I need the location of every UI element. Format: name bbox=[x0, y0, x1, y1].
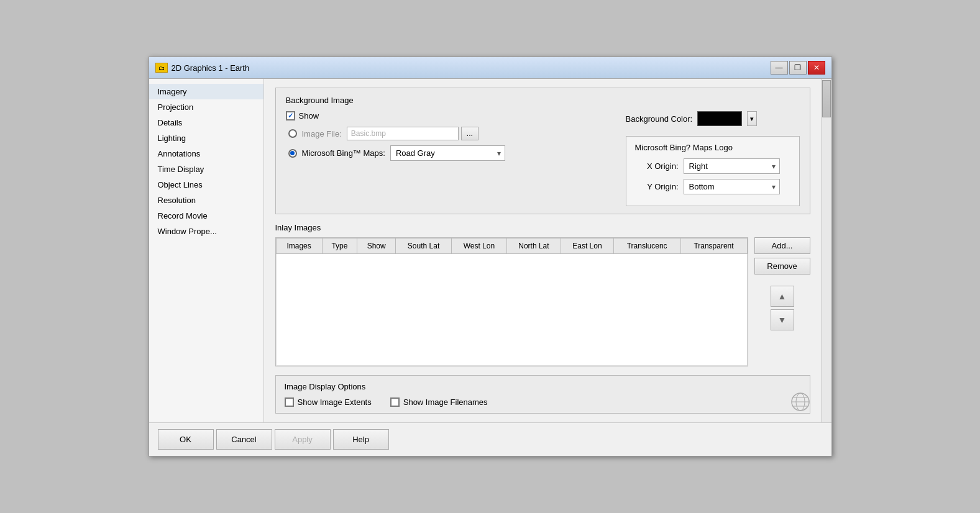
col-south-lat: South Lat bbox=[396, 238, 452, 254]
inlay-table-head: Images Type Show South Lat West Lon Nort… bbox=[276, 238, 747, 254]
file-text: Basic.bmp bbox=[347, 127, 459, 140]
title-buttons: — ❐ ✕ bbox=[771, 61, 825, 75]
sidebar-item-details[interactable]: Details bbox=[149, 115, 263, 130]
restore-button[interactable]: ❐ bbox=[789, 61, 807, 75]
file-input-row: Basic.bmp ... bbox=[347, 127, 479, 140]
move-up-button[interactable]: ▲ bbox=[771, 286, 794, 307]
image-display-options-section: Image Display Options Show Image Extents… bbox=[275, 375, 810, 414]
col-north-lat: North Lat bbox=[506, 238, 561, 254]
inlay-table-body bbox=[276, 254, 747, 366]
main-window: 🗂 2D Graphics 1 - Earth — ❐ ✕ ImageryPro… bbox=[149, 57, 832, 456]
title-bar: 🗂 2D Graphics 1 - Earth — ❐ ✕ bbox=[149, 57, 831, 79]
map-type-select[interactable]: Road Gray Aerial Road Hybrid bbox=[390, 145, 505, 161]
x-origin-select[interactable]: Right Left Center bbox=[684, 158, 780, 174]
sidebar-item-lighting[interactable]: Lighting bbox=[149, 130, 263, 146]
globe-icon bbox=[790, 392, 810, 412]
show-checkbox[interactable] bbox=[286, 111, 295, 120]
display-options-title: Image Display Options bbox=[285, 382, 801, 391]
show-extents-item: Show Image Extents bbox=[285, 397, 372, 407]
inlay-table-container: Images Type Show South Lat West Lon Nort… bbox=[275, 237, 748, 366]
sidebar-item-object-lines[interactable]: Object Lines bbox=[149, 177, 263, 193]
show-filenames-label: Show Image Filenames bbox=[403, 397, 488, 407]
bing-maps-label: Microsoft Bing™ Maps: bbox=[302, 148, 385, 158]
y-origin-select-wrapper: Bottom Top Center bbox=[684, 179, 780, 194]
inlay-images-title: Inlay Images bbox=[275, 223, 810, 232]
bg-image-layout: Show Image File: Basic.bmp ... bbox=[286, 111, 800, 206]
sidebar-item-record-movie[interactable]: Record Movie bbox=[149, 208, 263, 224]
window-title: 2D Graphics 1 - Earth bbox=[172, 63, 250, 73]
background-image-section: Background Image Show Image File: Basic.… bbox=[275, 88, 810, 214]
help-button[interactable]: Help bbox=[333, 429, 389, 450]
sidebar-item-imagery[interactable]: Imagery bbox=[149, 84, 263, 99]
move-down-button[interactable]: ▼ bbox=[771, 309, 794, 330]
sidebar-item-time-display[interactable]: Time Display bbox=[149, 161, 263, 177]
color-swatch[interactable] bbox=[697, 111, 742, 126]
sidebar: ImageryProjectionDetailsLightingAnnotati… bbox=[149, 79, 264, 422]
col-images: Images bbox=[276, 238, 322, 254]
show-row: Show bbox=[286, 111, 607, 120]
background-image-title: Background Image bbox=[286, 96, 800, 105]
add-button[interactable]: Add... bbox=[754, 237, 810, 254]
apply-button[interactable]: Apply bbox=[275, 429, 331, 450]
inlay-layout: Images Type Show South Lat West Lon Nort… bbox=[275, 237, 810, 366]
y-origin-select[interactable]: Bottom Top Center bbox=[684, 179, 780, 194]
display-opts-row: Show Image Extents Show Image Filenames bbox=[285, 397, 801, 407]
arrow-section: ▲ ▼ bbox=[754, 284, 810, 332]
bing-logo-section: Microsoft Bing? Maps Logo X Origin: Righ… bbox=[626, 136, 800, 206]
map-select-wrapper: Road Gray Aerial Road Hybrid bbox=[390, 145, 505, 161]
col-show: Show bbox=[357, 238, 396, 254]
sidebar-item-window-prope...[interactable]: Window Prope... bbox=[149, 224, 263, 239]
scrollbar-thumb[interactable] bbox=[822, 80, 831, 117]
bing-logo-title: Microsoft Bing? Maps Logo bbox=[635, 143, 790, 152]
image-file-row: Image File: Basic.bmp ... bbox=[286, 127, 607, 140]
image-file-radio[interactable] bbox=[288, 129, 297, 138]
col-east-lon: East Lon bbox=[561, 238, 614, 254]
window-body: ImageryProjectionDetailsLightingAnnotati… bbox=[149, 79, 831, 422]
bg-color-label: Background Color: bbox=[626, 114, 693, 124]
inlay-table-header-row: Images Type Show South Lat West Lon Nort… bbox=[276, 238, 747, 254]
ok-button[interactable]: OK bbox=[158, 429, 214, 450]
col-type: Type bbox=[322, 238, 357, 254]
title-bar-left: 🗂 2D Graphics 1 - Earth bbox=[155, 63, 250, 73]
cancel-button[interactable]: Cancel bbox=[216, 429, 272, 450]
inlay-table: Images Type Show South Lat West Lon Nort… bbox=[276, 238, 748, 366]
x-origin-select-wrapper: Right Left Center bbox=[684, 158, 780, 174]
remove-button[interactable]: Remove bbox=[754, 258, 810, 275]
y-origin-label: Y Origin: bbox=[635, 182, 679, 191]
close-button[interactable]: ✕ bbox=[808, 61, 825, 75]
minimize-button[interactable]: — bbox=[771, 61, 788, 75]
inlay-images-section: Inlay Images Images Type Show South Lat … bbox=[275, 223, 810, 366]
globe-icon-area bbox=[790, 392, 810, 414]
sidebar-item-annotations[interactable]: Annotations bbox=[149, 146, 263, 161]
show-extents-checkbox[interactable] bbox=[285, 397, 294, 407]
x-origin-label: X Origin: bbox=[635, 161, 679, 171]
window-icon: 🗂 bbox=[155, 63, 168, 73]
sidebar-item-resolution[interactable]: Resolution bbox=[149, 193, 263, 208]
inlay-actions: Add... Remove ▲ ▼ bbox=[754, 237, 810, 366]
browse-button[interactable]: ... bbox=[461, 127, 479, 140]
footer: OK Cancel Apply Help bbox=[149, 422, 831, 456]
show-filenames-item: Show Image Filenames bbox=[390, 397, 488, 407]
col-translucency: Translucenc bbox=[613, 238, 680, 254]
show-filenames-checkbox[interactable] bbox=[390, 397, 400, 407]
bing-maps-radio[interactable] bbox=[288, 149, 297, 158]
color-dropdown-button[interactable]: ▾ bbox=[747, 111, 757, 126]
col-transparent: Transparent bbox=[680, 238, 747, 254]
image-file-label: Image File: bbox=[302, 129, 342, 138]
show-label: Show bbox=[299, 111, 319, 120]
main-content: Background Image Show Image File: Basic.… bbox=[264, 79, 822, 422]
bg-right: Background Color: ▾ Microsoft Bing? Maps… bbox=[626, 111, 800, 206]
y-origin-row: Y Origin: Bottom Top Center bbox=[635, 179, 790, 194]
x-origin-row: X Origin: Right Left Center bbox=[635, 158, 790, 174]
col-west-lon: West Lon bbox=[452, 238, 507, 254]
scrollbar[interactable] bbox=[822, 79, 831, 422]
empty-row bbox=[276, 254, 747, 366]
sidebar-item-projection[interactable]: Projection bbox=[149, 99, 263, 115]
bg-color-row: Background Color: ▾ bbox=[626, 111, 800, 126]
bing-maps-row: Microsoft Bing™ Maps: Road Gray Aerial R… bbox=[286, 145, 607, 161]
bg-left: Show Image File: Basic.bmp ... bbox=[286, 111, 607, 206]
show-extents-label: Show Image Extents bbox=[298, 397, 372, 407]
